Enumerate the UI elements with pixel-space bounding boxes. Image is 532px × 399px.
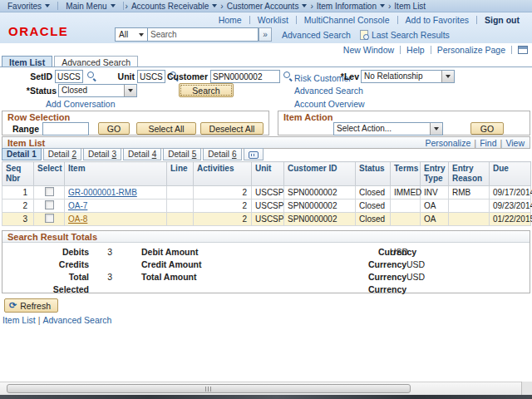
row-select-checkbox[interactable] [45,214,54,223]
tab-detail-1[interactable]: Detail1 [2,148,42,160]
tab-detail-4[interactable]: Detail4 [123,148,161,160]
scrollbar-thumb[interactable] [7,384,411,393]
item-action-go-button[interactable]: GO [470,122,504,135]
tab-detail-6[interactable]: Detail6 [203,148,241,160]
row-select-checkbox[interactable] [45,200,54,209]
col-terms[interactable]: Terms [391,162,421,186]
totals-currency-value: USD [390,247,408,257]
worklist-link[interactable]: Worklist [250,15,296,25]
item-link[interactable]: OA-8 [68,214,87,224]
seq-cell: 3 [2,213,34,226]
status-select[interactable]: Closed [58,84,137,97]
col-due[interactable]: Due [490,162,531,186]
new-window-link[interactable]: New Window [337,45,400,55]
customer-id-cell: SPN0000002 [284,213,356,226]
link-divider: | [497,138,506,148]
horizontal-scrollbar[interactable] [0,382,532,395]
add-to-favorites-link[interactable]: Add to Favorites [398,15,476,25]
col-unit[interactable]: Unit [252,162,284,186]
last-search-results-link[interactable]: Last Search Results [372,30,450,40]
find-link[interactable]: Find [480,138,496,148]
col-activities[interactable]: Activities [194,162,252,186]
totals-label: Total [2,272,89,282]
advanced-search-link[interactable]: Advanced Search [282,30,351,40]
totals-title: Search Result Totals [2,231,530,243]
range-field[interactable] [42,122,89,135]
personalize-page-link[interactable]: Personalize Page [431,45,511,55]
unit-field[interactable] [137,70,165,83]
col-entry-reason[interactable]: Entry Reason [449,162,490,186]
multichannel-console-link[interactable]: MultiChannel Console [297,15,397,25]
setid-field[interactable] [55,70,83,83]
item-action-select[interactable]: Select Action... [333,122,443,135]
terms-cell: IMMED [391,186,421,200]
view-link[interactable]: View [505,138,525,148]
tab-advanced-search[interactable]: Advanced Search [54,56,138,67]
personalize-link[interactable]: Personalize [425,138,470,148]
totals-currency-label: Currency [368,259,406,269]
refresh-icon: ⟳ [9,300,17,311]
col-status[interactable]: Status [356,162,391,186]
breadcrumb-customer-accounts[interactable]: Customer Accounts [225,0,309,12]
row-select-checkbox[interactable] [45,187,54,196]
search-button[interactable]: Search [179,83,234,97]
col-line[interactable]: Line [167,162,194,186]
tab-detail-5[interactable]: Detail5 [163,148,201,160]
deselect-all-button[interactable]: Deselect All [200,122,264,135]
level-select[interactable]: No Relationship [361,70,455,83]
customer-label: Customer [162,71,208,81]
search-input[interactable] [148,27,259,42]
last-search-results-icon [360,30,368,40]
tab-detail-3[interactable]: Detail3 [83,148,121,160]
footer-item-list-link[interactable]: Item List [2,315,36,325]
customer-field[interactable] [210,70,280,83]
select-all-button[interactable]: Select All [136,122,196,135]
totals-count: 3 [89,247,112,257]
totals-amount-label: Total Amount [141,272,197,282]
link-divider: | [470,138,480,148]
col-select[interactable]: Select [34,162,65,186]
breadcrumb-item-information[interactable]: Item Information [315,0,387,12]
dropdown-arrow-icon [446,75,451,78]
tab-item-list[interactable]: Item List [2,56,52,67]
totals-amount-label: Debit Amount [141,247,198,257]
search-scope-select[interactable]: All [115,27,148,42]
help-link[interactable]: Help [401,45,431,55]
col-seq-nbr[interactable]: Seq Nbr [2,162,34,186]
home-link[interactable]: Home [211,15,249,25]
copy-url-icon[interactable] [518,46,528,54]
item-link[interactable]: OA-7 [68,201,87,210]
customer-lookup-icon[interactable] [283,71,293,81]
unit-cell: USCSP [252,213,284,226]
item-list-table: Seq Nbr Select Item Line Activities Unit… [2,161,531,226]
breadcrumb-accounts-receivable[interactable]: Accounts Receivable [130,0,219,12]
tab-detail-2[interactable]: Detail2 [43,148,81,160]
add-conversation-link[interactable]: Add Conversation [46,99,115,109]
col-customer-id[interactable]: Customer ID [284,162,356,186]
page-tabs: Item List Advanced Search [2,56,140,67]
item-link[interactable]: GR-0000001-RMB [68,188,137,197]
main-menu[interactable]: Main Menu [58,0,122,12]
totals-row-debits: Debits 3 Debit Amount Currency USD [2,247,530,258]
setid-lookup-icon[interactable] [86,71,96,81]
breadcrumb-separator: › [308,2,314,11]
form-advanced-search-link[interactable]: Advanced Search [294,86,363,96]
sign-out-link[interactable]: Sign out [477,15,527,25]
breadcrumb-separator: › [124,2,130,11]
footer-advanced-search-link[interactable]: Advanced Search [42,315,111,325]
account-overview-link[interactable]: Account Overview [294,99,365,109]
totals-label: Credits [2,259,89,269]
refresh-button[interactable]: ⟳ Refresh [4,298,58,313]
col-entry-type[interactable]: Entry Type [421,162,449,186]
entry-reason-cell [449,200,490,213]
search-go-button[interactable]: » [259,27,272,42]
status-cell: Closed [356,213,391,226]
terms-cell [391,200,421,213]
favorites-menu[interactable]: Favorites [0,0,57,12]
totals-currency-label: Currency [368,284,406,294]
seq-cell: 1 [2,186,34,200]
show-all-columns-tab[interactable] [244,148,264,160]
range-go-button[interactable]: GO [98,122,130,135]
totals-label: Debits [2,247,89,257]
col-item[interactable]: Item [65,162,167,186]
